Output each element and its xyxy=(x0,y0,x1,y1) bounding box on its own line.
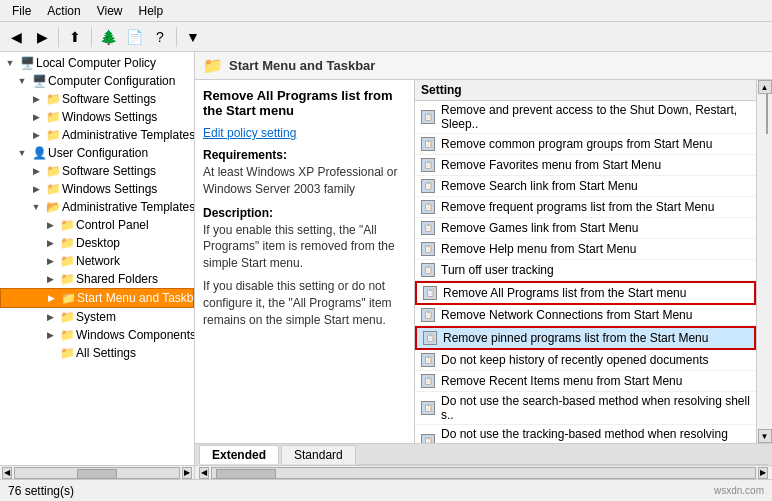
expand-system: ▶ xyxy=(42,309,58,325)
hscroll-thumb[interactable] xyxy=(77,469,117,479)
tab-standard[interactable]: Standard xyxy=(281,445,356,464)
tree-item-admin-templates-2[interactable]: ▼ 📂 Administrative Templates xyxy=(0,198,194,216)
expand-all-settings xyxy=(42,345,58,361)
settings-hscroll-left[interactable]: ◀ xyxy=(199,467,209,479)
status-bar: 76 setting(s) wsxdn.com xyxy=(0,479,772,501)
tree-item-user-config[interactable]: ▼ 👤 User Configuration xyxy=(0,144,194,162)
menu-help[interactable]: Help xyxy=(131,2,172,20)
tree-item-start-menu[interactable]: ▶ 📁 Start Menu and Taskbar xyxy=(0,288,194,308)
setting-item-7[interactable]: 📋 Turn off user tracking xyxy=(415,260,756,281)
menu-action[interactable]: Action xyxy=(39,2,88,20)
expand-windows-1: ▶ xyxy=(28,109,44,125)
setting-item-0[interactable]: 📋 Remove and prevent access to the Shut … xyxy=(415,101,756,134)
tree-item-shared-folders[interactable]: ▶ 📁 Shared Folders xyxy=(0,270,194,288)
label-software-1: Software Settings xyxy=(62,92,156,106)
help-button[interactable]: ? xyxy=(148,25,172,49)
hscroll-right[interactable]: ▶ xyxy=(182,467,192,479)
requirements-text: At least Windows XP Professional or Wind… xyxy=(203,164,406,198)
menu-view[interactable]: View xyxy=(89,2,131,20)
settings-hscroll-thumb[interactable] xyxy=(216,469,276,479)
settings-hscroll[interactable]: ◀ ▶ xyxy=(195,467,772,479)
expand-software-2: ▶ xyxy=(28,163,44,179)
tree-item-desktop[interactable]: ▶ 📁 Desktop xyxy=(0,234,194,252)
setting-icon-12: 📋 xyxy=(419,373,437,389)
setting-text-1: Remove common program groups from Start … xyxy=(437,137,712,151)
scroll-thumb[interactable] xyxy=(766,94,768,134)
filter-button[interactable]: ▼ xyxy=(181,25,205,49)
tab-extended[interactable]: Extended xyxy=(199,445,279,464)
setting-item-1[interactable]: 📋 Remove common program groups from Star… xyxy=(415,134,756,155)
scroll-down-arrow[interactable]: ▼ xyxy=(758,429,772,443)
setting-item-14[interactable]: 📋 Do not use the tracking-based method w… xyxy=(415,425,756,443)
setting-text-2: Remove Favorites menu from Start Menu xyxy=(437,158,661,172)
setting-item-8[interactable]: 📋 Remove All Programs list from the Star… xyxy=(415,281,756,305)
tree-item-system[interactable]: ▶ 📁 System xyxy=(0,308,194,326)
tree-item-windows-components[interactable]: ▶ 📁 Windows Components xyxy=(0,326,194,344)
expand-user-config: ▼ xyxy=(14,145,30,161)
tree-hscroll[interactable]: ◀ ▶ xyxy=(0,466,195,480)
setting-icon-3: 📋 xyxy=(419,178,437,194)
setting-item-11[interactable]: 📋 Do not keep history of recently opened… xyxy=(415,350,756,371)
icon-windows-1: 📁 xyxy=(44,109,62,125)
tree-panel: ▼ 🖥️ Local Computer Policy ▼ 🖥️ Computer… xyxy=(0,52,195,465)
edit-policy-link[interactable]: Edit policy setting xyxy=(203,126,296,140)
setting-icon-8: 📋 xyxy=(421,285,439,301)
icon-admin-2: 📂 xyxy=(44,199,62,215)
label-admin-2: Administrative Templates xyxy=(62,200,195,214)
setting-item-12[interactable]: 📋 Remove Recent Items menu from Start Me… xyxy=(415,371,756,392)
forward-button[interactable]: ▶ xyxy=(30,25,54,49)
scroll-up-arrow[interactable]: ▲ xyxy=(758,80,772,94)
setting-item-2[interactable]: 📋 Remove Favorites menu from Start Menu xyxy=(415,155,756,176)
description-section-title: Description: xyxy=(203,206,406,220)
setting-text-0: Remove and prevent access to the Shut Do… xyxy=(437,103,752,131)
tree-item-software-settings-2[interactable]: ▶ 📁 Software Settings xyxy=(0,162,194,180)
setting-item-3[interactable]: 📋 Remove Search link from Start Menu xyxy=(415,176,756,197)
setting-item-4[interactable]: 📋 Remove frequent programs list from the… xyxy=(415,197,756,218)
setting-item-9[interactable]: 📋 Remove Network Connections from Start … xyxy=(415,305,756,326)
setting-item-13[interactable]: 📋 Do not use the search-based method whe… xyxy=(415,392,756,425)
tree-item-network[interactable]: ▶ 📁 Network xyxy=(0,252,194,270)
hscroll-track xyxy=(14,467,180,479)
setting-text-8: Remove All Programs list from the Start … xyxy=(439,286,686,300)
icon-all-settings: 📁 xyxy=(58,345,76,361)
icon-user-config: 👤 xyxy=(30,145,48,161)
menu-file[interactable]: File xyxy=(4,2,39,20)
content-header-title: Start Menu and Taskbar xyxy=(229,58,375,73)
tree-item-windows-settings-2[interactable]: ▶ 📁 Windows Settings xyxy=(0,180,194,198)
description-text-1: If you enable this setting, the "All Pro… xyxy=(203,222,406,272)
toolbar-sep-3 xyxy=(176,27,177,47)
status-text: 76 setting(s) xyxy=(8,484,74,498)
tree-item-control-panel[interactable]: ▶ 📁 Control Panel xyxy=(0,216,194,234)
bottom-scroll-area: ◀ ▶ ◀ ▶ xyxy=(0,465,772,479)
up-button[interactable]: ⬆ xyxy=(63,25,87,49)
properties-button[interactable]: 📄 xyxy=(122,25,146,49)
setting-text-7: Turn off user tracking xyxy=(437,263,554,277)
tree-item-computer-config[interactable]: ▼ 🖥️ Computer Configuration xyxy=(0,72,194,90)
tree-item-windows-settings-1[interactable]: ▶ 📁 Windows Settings xyxy=(0,108,194,126)
settings-hscroll-right[interactable]: ▶ xyxy=(758,467,768,479)
expand-admin-1: ▶ xyxy=(28,127,44,143)
tree-item-root[interactable]: ▼ 🖥️ Local Computer Policy xyxy=(0,54,194,72)
icon-admin-1: 📁 xyxy=(44,127,62,143)
content-header-icon: 📁 xyxy=(203,56,223,75)
icon-start-menu: 📁 xyxy=(59,290,77,306)
hscroll-left[interactable]: ◀ xyxy=(2,467,12,479)
settings-column-header: Setting xyxy=(415,80,756,101)
back-button[interactable]: ◀ xyxy=(4,25,28,49)
tree-item-all-settings[interactable]: 📁 All Settings xyxy=(0,344,194,362)
vertical-scrollbar[interactable]: ▲ ▼ xyxy=(756,80,772,443)
description-text-2: If you disable this setting or do not co… xyxy=(203,278,406,328)
setting-icon-4: 📋 xyxy=(419,199,437,215)
label-network: Network xyxy=(76,254,120,268)
show-hide-tree[interactable]: 🌲 xyxy=(96,25,120,49)
tree-item-admin-templates-1[interactable]: ▶ 📁 Administrative Templates xyxy=(0,126,194,144)
setting-item-6[interactable]: 📋 Remove Help menu from Start Menu xyxy=(415,239,756,260)
tree-label-root: Local Computer Policy xyxy=(36,56,156,70)
tabs-bar: Extended Standard xyxy=(195,443,772,465)
description-title: Remove All Programs list from the Start … xyxy=(203,88,406,118)
toolbar-sep-1 xyxy=(58,27,59,47)
label-shared: Shared Folders xyxy=(76,272,158,286)
tree-item-software-settings-1[interactable]: ▶ 📁 Software Settings xyxy=(0,90,194,108)
setting-item-10[interactable]: 📋 Remove pinned programs list from the S… xyxy=(415,326,756,350)
setting-item-5[interactable]: 📋 Remove Games link from Start Menu xyxy=(415,218,756,239)
